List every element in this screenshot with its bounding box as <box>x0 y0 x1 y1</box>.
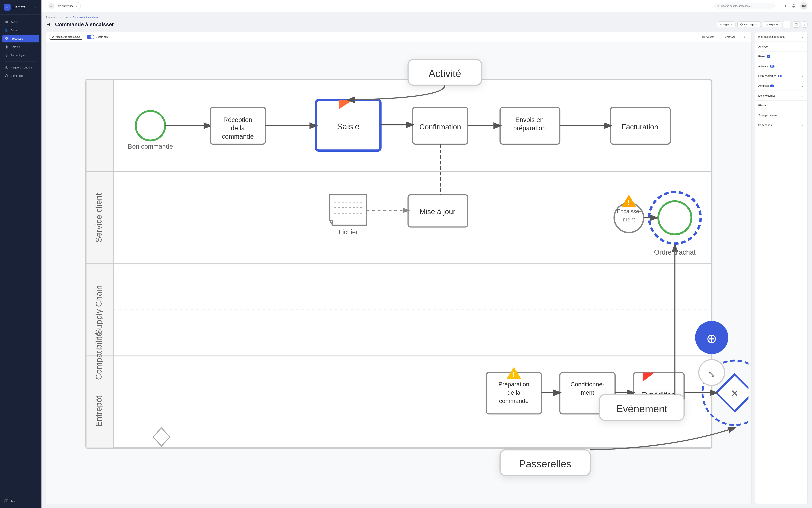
svg-rect-21 <box>722 36 724 37</box>
chevron-artefacts: ⌄ <box>802 84 804 88</box>
affichage-button[interactable]: Affichage <box>737 22 761 27</box>
chevron-sous-processus: ⌄ <box>802 113 804 117</box>
svg-text:commande: commande <box>499 397 529 404</box>
chevron-liens-externes: ⌄ <box>802 94 804 97</box>
sidebar-label-contact: Contact <box>10 29 19 32</box>
panel-header-informations[interactable]: Informations générales ⌄ <box>755 32 807 42</box>
diagram-canvas[interactable]: Service client Supply Chain Compatibilit… <box>46 42 752 504</box>
diagram-container: Modifier le diagramme Dessin auto. Ajout… <box>46 32 752 504</box>
download-button[interactable] <box>741 34 749 40</box>
sidebar-item-risque[interactable]: Risque & Contrôle <box>2 64 39 71</box>
svg-point-32 <box>136 111 165 140</box>
org-selector[interactable]: Nom.entreprise <box>46 2 81 10</box>
panel-header-liens-externes[interactable]: Liens externes ⌄ <box>755 91 807 100</box>
sidebar-logo: e Elemate ← <box>0 0 42 14</box>
svg-rect-1 <box>7 37 8 39</box>
header: Nom.entreprise CO <box>42 0 812 12</box>
panel-title-analyse: Analyse <box>758 45 768 48</box>
back-button[interactable] <box>46 22 52 28</box>
panel-header-analyse[interactable]: Analyse ⌄ <box>755 42 807 51</box>
svg-text:!: ! <box>513 371 515 379</box>
svg-text:Compatibilité: Compatibilité <box>94 332 103 380</box>
sidebar-item-contact[interactable]: 👤 Contact <box>2 27 39 34</box>
help-button[interactable]: ? <box>802 22 808 28</box>
svg-text:Confirmation: Confirmation <box>419 123 461 131</box>
panel-header-entrees-sorties[interactable]: Entrées/Sorties 6 ⌄ <box>755 71 807 81</box>
user-avatar[interactable]: CO <box>800 2 808 10</box>
search-container <box>714 3 775 9</box>
comment-button[interactable] <box>793 22 800 28</box>
svg-text:Activité: Activité <box>429 68 461 79</box>
svg-text:⤡: ⤡ <box>708 369 716 379</box>
panel-header-sous-processus[interactable]: Sous-processus ⌄ <box>755 110 807 120</box>
back-nav-icon[interactable]: ← <box>34 5 38 9</box>
chat-icon-btn[interactable] <box>781 3 787 9</box>
panel-title-partenaires: Partenaires <box>758 124 772 127</box>
toolbar-right: Ajouter Affichage <box>700 34 749 40</box>
add-label: Ajouter <box>706 36 714 38</box>
panel-section-roles: Rôles 3 ⌄ <box>755 51 807 61</box>
sidebar-item-conformite[interactable]: Conformité <box>2 72 39 80</box>
view-button[interactable]: Affichage <box>719 34 738 39</box>
panel-header-roles[interactable]: Rôles 3 ⌄ <box>755 51 807 61</box>
svg-text:Service client: Service client <box>94 193 103 242</box>
panel-title-sous-processus: Sous-processus <box>758 114 777 117</box>
chat-icon <box>795 23 798 26</box>
panel-section-sous-processus: Sous-processus ⌄ <box>755 110 807 120</box>
more-options-button[interactable]: ··· <box>783 21 791 28</box>
auto-draw-label: Dessin auto. <box>96 36 109 38</box>
svg-text:Passerelles: Passerelles <box>519 458 571 469</box>
sidebar-nav: ⊞ Accueil 👤 Contact Processus Librairie … <box>0 14 42 494</box>
grid-icon: ⊞ <box>4 20 8 24</box>
panel-section-liens-externes: Liens externes ⌄ <box>755 91 807 100</box>
eye-icon <box>740 23 743 26</box>
chevron-risques: ⌄ <box>802 103 804 107</box>
sidebar-footer: ? Aide <box>0 494 42 508</box>
badge-artefacts: 5 <box>770 85 774 87</box>
shield-icon <box>4 74 8 78</box>
tech-icon <box>4 53 8 57</box>
svg-text:Préparation: Préparation <box>498 381 529 388</box>
auto-draw-toggle[interactable]: Dessin auto. <box>87 35 109 39</box>
svg-text:Saisie: Saisie <box>337 122 360 131</box>
view-label: Affichage <box>725 36 735 38</box>
diagram-toolbar: Modifier le diagramme Dessin auto. Ajout… <box>46 32 752 42</box>
partager-button[interactable]: Partager <box>717 22 735 27</box>
sidebar-item-accueil[interactable]: ⊞ Accueil <box>2 18 39 26</box>
sidebar-item-technologie[interactable]: Technologie <box>2 51 39 59</box>
edit-diagram-button[interactable]: Modifier le diagramme <box>49 34 83 40</box>
panel-header-partenaires[interactable]: Partenaires ⌄ <box>755 120 807 130</box>
svg-text:Facturation: Facturation <box>621 123 658 131</box>
org-name: Nom.entreprise <box>56 4 74 7</box>
svg-text:Fichier: Fichier <box>338 228 358 236</box>
chevron-down-icon <box>730 23 733 26</box>
panel-title-informations: Informations générales <box>758 35 785 38</box>
breadcrumb: Processus > Liste > Commande à encaisser <box>46 16 808 19</box>
diagram-section: Modifier le diagramme Dessin auto. Ajout… <box>46 32 808 504</box>
search-input[interactable] <box>714 3 775 9</box>
sidebar-item-librairie[interactable]: Librairie <box>2 43 39 51</box>
bpmn-diagram: Service client Supply Chain Compatibilit… <box>49 45 749 501</box>
exporter-button[interactable]: Exporter <box>763 22 781 27</box>
sidebar-item-processus[interactable]: Processus <box>2 35 39 42</box>
panel-header-artefacts[interactable]: Artéfacts 5 ⌄ <box>755 81 807 90</box>
badge-entrees-sorties: 6 <box>778 75 782 77</box>
svg-text:ment: ment <box>581 389 594 396</box>
panel-header-risques[interactable]: Risques ⌄ <box>755 100 807 110</box>
svg-text:Ordre d'achat: Ordre d'achat <box>654 248 696 256</box>
chevron-down-icon <box>75 5 78 7</box>
add-button[interactable]: Ajouter <box>700 34 716 39</box>
svg-text:Supply Chain: Supply Chain <box>94 285 103 334</box>
breadcrumb-current: Commande à encaisser <box>73 16 99 19</box>
breadcrumb-liste[interactable]: Liste <box>62 16 68 19</box>
header-actions: CO <box>781 2 808 10</box>
svg-rect-2 <box>5 39 6 40</box>
download-icon <box>743 36 746 39</box>
panel-header-activites[interactable]: Activités 10 ⌄ <box>755 61 807 71</box>
breadcrumb-processus[interactable]: Processus <box>46 16 57 19</box>
notification-icon-btn[interactable] <box>791 3 797 9</box>
svg-text:Bon commande: Bon commande <box>128 143 173 150</box>
toggle-switch[interactable] <box>87 35 94 39</box>
svg-text:Conditionne-: Conditionne- <box>571 381 605 388</box>
sidebar-item-aide[interactable]: ? Aide <box>2 498 39 505</box>
